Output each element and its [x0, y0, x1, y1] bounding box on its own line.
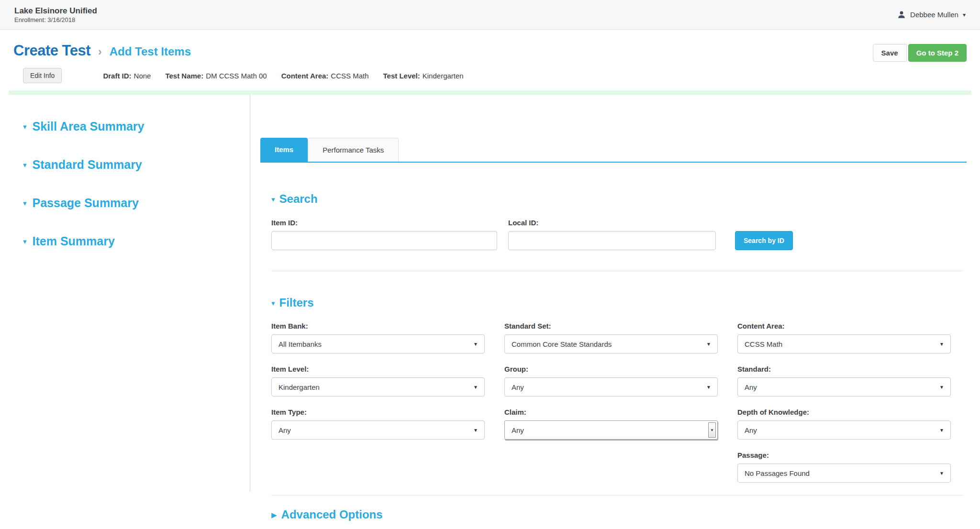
claim-label: Claim:: [504, 408, 718, 416]
chevron-down-icon: ▼: [708, 422, 716, 438]
filters-heading: Filters: [279, 296, 314, 309]
sidebar-item-item-summary[interactable]: ▾ Item Summary: [23, 233, 250, 249]
search-section: ▾ Search Item ID: Local ID: Search by ID: [271, 192, 963, 271]
breadcrumb-chevron-icon: ›: [98, 45, 102, 58]
page-title: Create Test: [13, 42, 90, 59]
chevron-right-icon: ▶: [271, 511, 277, 518]
test-meta: Draft ID:None Test Name:DM CCSS Math 00 …: [103, 72, 463, 80]
content-area-select[interactable]: CCSS Math ▼: [737, 334, 951, 353]
standard-select[interactable]: Any ▼: [737, 377, 951, 397]
filters-section-toggle[interactable]: ▾ Filters: [271, 296, 963, 309]
search-by-id-button[interactable]: Search by ID: [735, 231, 793, 250]
main-panel: Items Performance Tasks ▾ Search Item ID…: [250, 95, 980, 492]
save-button[interactable]: Save: [873, 44, 907, 62]
item-bank-select[interactable]: All Itembanks ▼: [271, 334, 485, 353]
page-subtitle: Add Test Items: [110, 45, 191, 58]
local-id-label: Local ID:: [508, 219, 716, 227]
sidebar-item-label: Skill Area Summary: [33, 119, 145, 134]
local-id-input[interactable]: [508, 231, 716, 250]
breadcrumb: Create Test › Add Test Items: [13, 42, 191, 59]
item-type-label: Item Type:: [271, 408, 485, 416]
item-bank-label: Item Bank:: [271, 322, 485, 330]
advanced-options-heading: Advanced Options: [281, 508, 383, 521]
section-divider: [271, 271, 963, 271]
chevron-down-icon: ▼: [706, 385, 711, 390]
content-area-label: Content Area:: [737, 322, 951, 330]
district-name: Lake Elsinore Unified: [14, 6, 97, 16]
meta-test-name: Test Name:DM CCSS Math 00: [165, 72, 267, 80]
filters-section: ▾ Filters Item Bank: All Itembanks ▼ Sta…: [271, 296, 963, 496]
top-bar: Lake Elsinore Unified Enrollment: 3/16/2…: [0, 0, 980, 30]
item-id-label: Item ID:: [271, 219, 497, 227]
sidebar-item-label: Item Summary: [33, 233, 115, 249]
item-type-select[interactable]: Any ▼: [271, 420, 485, 440]
item-id-input[interactable]: [271, 231, 497, 250]
depth-of-knowledge-select[interactable]: Any ▼: [737, 420, 951, 440]
edit-info-button[interactable]: Edit Info: [23, 68, 62, 83]
meta-draft-id: Draft ID:None: [103, 72, 151, 80]
go-to-step-2-button[interactable]: Go to Step 2: [908, 44, 967, 62]
chevron-down-icon: ▾: [23, 161, 27, 168]
chevron-down-icon: ▾: [23, 123, 27, 130]
chevron-down-icon: ▾: [23, 199, 27, 207]
group-label: Group:: [504, 365, 718, 373]
section-divider: [271, 495, 963, 496]
depth-of-knowledge-label: Depth of Knowledge:: [737, 408, 951, 416]
chevron-down-icon: ▼: [706, 342, 711, 347]
item-level-select[interactable]: Kindergarten ▼: [271, 377, 485, 397]
chevron-down-icon: ▼: [473, 385, 478, 390]
claim-select[interactable]: Any ▼: [504, 420, 718, 440]
advanced-options-toggle[interactable]: ▶ Advanced Options: [271, 508, 963, 521]
enrollment-date: Enrollment: 3/16/2018: [14, 16, 97, 23]
tab-items[interactable]: Items: [260, 138, 308, 162]
sidebar-item-label: Standard Summary: [33, 157, 142, 172]
standard-set-select[interactable]: Common Core State Standards ▼: [504, 334, 718, 353]
chevron-down-icon: ▾: [963, 11, 966, 18]
tab-bar: Items Performance Tasks: [260, 138, 967, 163]
search-section-toggle[interactable]: ▾ Search: [271, 192, 963, 206]
standard-label: Standard:: [737, 365, 951, 373]
chevron-down-icon: ▼: [939, 342, 944, 347]
passage-label: Passage:: [737, 451, 951, 459]
page-header: Create Test › Add Test Items Save Go to …: [0, 30, 980, 95]
tab-performance-tasks[interactable]: Performance Tasks: [308, 138, 399, 162]
user-icon: [897, 11, 906, 19]
sidebar-item-label: Passage Summary: [33, 195, 139, 210]
progress-strip: [9, 90, 971, 95]
search-heading: Search: [279, 192, 318, 206]
chevron-down-icon: ▼: [939, 385, 944, 390]
meta-test-level: Test Level:Kindergarten: [383, 72, 464, 80]
sidebar-item-standard-summary[interactable]: ▾ Standard Summary: [23, 157, 250, 172]
district-block: Lake Elsinore Unified Enrollment: 3/16/2…: [14, 6, 97, 23]
summary-sidebar: ▾ Skill Area Summary ▾ Standard Summary …: [0, 95, 250, 492]
chevron-down-icon: ▼: [939, 471, 944, 476]
standard-set-label: Standard Set:: [504, 322, 718, 330]
advanced-options-section: ▶ Advanced Options: [271, 508, 963, 521]
chevron-down-icon: ▼: [939, 428, 944, 433]
group-select[interactable]: Any ▼: [504, 377, 718, 397]
chevron-down-icon: ▾: [271, 299, 275, 307]
chevron-down-icon: ▼: [473, 342, 478, 347]
sidebar-item-passage-summary[interactable]: ▾ Passage Summary: [23, 195, 250, 210]
user-menu[interactable]: Debbee Mullen ▾: [897, 11, 966, 19]
chevron-down-icon: ▾: [271, 196, 275, 203]
chevron-down-icon: ▾: [23, 238, 27, 245]
chevron-down-icon: ▼: [473, 428, 478, 433]
user-name: Debbee Mullen: [910, 11, 958, 19]
sidebar-item-skill-area-summary[interactable]: ▾ Skill Area Summary: [23, 119, 250, 134]
item-level-label: Item Level:: [271, 365, 485, 373]
meta-content-area: Content Area:CCSS Math: [281, 72, 369, 80]
passage-select[interactable]: No Passages Found ▼: [737, 463, 951, 483]
